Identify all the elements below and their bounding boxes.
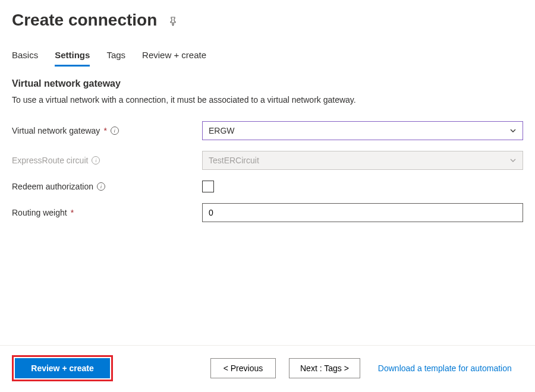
info-icon[interactable]: i [92, 156, 100, 165]
select-expressroute-circuit: TestERCircuit [202, 151, 523, 170]
tab-settings[interactable]: Settings [55, 50, 90, 67]
input-routing-weight[interactable] [202, 203, 523, 222]
settings-section: Virtual network gateway To use a virtual… [0, 67, 535, 222]
previous-button[interactable]: < Previous [210, 358, 276, 378]
row-expressroute-circuit: ExpressRoute circuit i TestERCircuit [12, 151, 523, 170]
chevron-down-icon [509, 127, 517, 134]
info-icon[interactable]: i [111, 127, 119, 135]
select-virtual-network-gateway[interactable]: ERGW [202, 121, 523, 140]
select-value-vng: ERGW [209, 126, 235, 135]
label-text-circuit: ExpressRoute circuit [12, 156, 88, 165]
pin-icon[interactable] [168, 16, 178, 27]
required-asterisk: * [71, 208, 74, 217]
page-title: Create connection [12, 11, 157, 30]
page-header: Create connection [0, 0, 535, 30]
tab-bar: Basics Settings Tags Review + create [0, 30, 535, 67]
row-redeem-authorization: Redeem authorization i [12, 181, 523, 192]
next-button[interactable]: Next : Tags > [289, 358, 360, 378]
highlight-review-create: Review + create [12, 355, 113, 381]
section-description: To use a virtual network with a connecti… [12, 95, 523, 105]
label-expressroute-circuit: ExpressRoute circuit i [12, 156, 202, 165]
control-routing-weight [202, 203, 523, 222]
label-virtual-network-gateway: Virtual network gateway * i [12, 126, 202, 135]
wizard-footer: Review + create < Previous Next : Tags >… [0, 345, 535, 392]
select-value-circuit: TestERCircuit [209, 156, 259, 165]
control-redeem-authorization [202, 181, 523, 192]
control-virtual-network-gateway: ERGW [202, 121, 523, 140]
chevron-down-icon [509, 157, 517, 164]
row-virtual-network-gateway: Virtual network gateway * i ERGW [12, 121, 523, 140]
tab-basics[interactable]: Basics [12, 50, 38, 67]
label-text-routing-weight: Routing weight [12, 208, 67, 217]
section-heading: Virtual network gateway [12, 78, 523, 89]
checkbox-redeem-authorization[interactable] [202, 181, 214, 192]
required-asterisk: * [103, 126, 106, 135]
tab-review-create[interactable]: Review + create [142, 50, 206, 67]
download-template-link[interactable]: Download a template for automation [378, 363, 512, 373]
label-routing-weight: Routing weight * [12, 208, 202, 217]
review-create-button[interactable]: Review + create [15, 358, 110, 378]
label-redeem-authorization: Redeem authorization i [12, 182, 202, 191]
label-text-vng: Virtual network gateway [12, 126, 100, 135]
row-routing-weight: Routing weight * [12, 203, 523, 222]
control-expressroute-circuit: TestERCircuit [202, 151, 523, 170]
label-text-redeem: Redeem authorization [12, 182, 93, 191]
tab-tags[interactable]: Tags [106, 50, 125, 67]
info-icon[interactable]: i [97, 182, 105, 191]
